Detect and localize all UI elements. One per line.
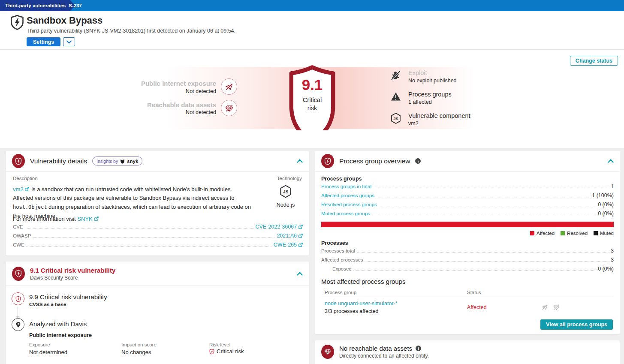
info-icon[interactable]: i	[415, 158, 421, 164]
process-groups-value: 1 affected	[408, 99, 432, 105]
vulnerable-component-value: vm2	[408, 120, 419, 126]
external-link-icon	[298, 234, 303, 238]
exposed-label: Exposed	[332, 266, 352, 271]
process-group-overview-card: Process group overview i Process groups …	[315, 151, 620, 334]
exploit-none-icon	[390, 70, 401, 82]
data-assets-not-detected-icon	[221, 100, 237, 116]
exploit-value: No exploit published	[408, 78, 457, 84]
process-group-link[interactable]: node unguard-user-simulator-*	[325, 301, 398, 307]
more-info-line: For more information visit SNYK	[13, 215, 99, 224]
affected-color-swatch	[530, 231, 534, 235]
risk-level-column-label: Risk level	[209, 342, 230, 347]
public-internet-exposure-value: Not detected	[100, 88, 216, 94]
exposure-column-label: Exposure	[29, 342, 50, 347]
muted-process-groups-link[interactable]: Muted process groups	[321, 211, 370, 216]
affected-processes-value: 3	[611, 257, 614, 263]
cve-label: CVE	[13, 224, 23, 229]
internet-exposure-not-detected-icon	[221, 78, 237, 95]
snyk-dog-icon	[120, 159, 125, 164]
cvss-title: 9.9 Critical risk vulnerability	[29, 293, 107, 301]
external-link-icon	[298, 225, 303, 229]
risk-score-label-1: Critical	[280, 96, 344, 103]
affected-processes-label: Affected processes	[321, 257, 363, 262]
vulnerability-shield-icon	[10, 15, 24, 32]
technology-nodejs: JS Node.js	[273, 184, 298, 208]
score-flow-connector	[18, 307, 18, 316]
process-groups-total-value: 1	[611, 184, 614, 190]
data-assets-badge-icon	[321, 345, 334, 359]
cve-link[interactable]: CVE-2022-36067	[255, 224, 303, 230]
affected-process-groups-value: 1 (100%)	[592, 193, 614, 199]
breadcrumb-secondary[interactable]: S-237	[69, 0, 82, 11]
cwe-link[interactable]: CWE-265	[274, 242, 303, 248]
resolved-process-groups-link[interactable]: Resolved process groups	[321, 202, 377, 207]
external-link-icon	[298, 243, 303, 247]
info-icon[interactable]: i	[416, 346, 421, 351]
muted-color-swatch	[594, 231, 598, 235]
no-reachable-data-assets-subtitle: Directly connected to an affected entity…	[339, 353, 429, 359]
cvss-subtitle: CVSS as a base	[29, 302, 66, 307]
snyk-link[interactable]: SNYK	[77, 216, 92, 222]
collapse-vulnerability-details-button[interactable]	[297, 159, 303, 163]
reachable-data-assets-label: Reachable data assets	[100, 101, 216, 108]
process-groups-label: Process groups	[408, 91, 452, 98]
process-group-sub: 3/3 processes affected	[325, 308, 398, 314]
affected-process-groups-link[interactable]: Affected process groups	[321, 193, 374, 198]
vulnerability-details-title: Vulnerability details	[30, 157, 87, 165]
settings-button[interactable]: Settings	[27, 37, 60, 46]
snyk-insights-badge[interactable]: Insights by snyk	[92, 156, 142, 165]
settings-dropdown-button[interactable]	[63, 37, 75, 46]
snyk-badge-brand: snyk	[127, 159, 138, 164]
table-divider	[321, 297, 614, 297]
exposed-value: 0 (0%)	[598, 266, 614, 272]
process-groups-warning-icon	[390, 92, 401, 103]
risk-assessment-banner: Change status Public internet exposure N…	[0, 49, 624, 148]
view-all-process-groups-button[interactable]: View all process groups	[540, 319, 613, 330]
processes-total-value: 3	[611, 248, 614, 254]
description-paragraph-1: vm2 is a sandbox that can run untrusted …	[13, 185, 253, 194]
davis-card-title: 9.1 Critical risk vulnerability	[30, 267, 115, 274]
analyzed-with-davis-title: Analyzed with Davis	[29, 320, 87, 328]
chevron-up-icon	[297, 272, 303, 276]
collapse-davis-card-button[interactable]	[297, 272, 303, 276]
more-info-text: For more information visit	[13, 216, 76, 222]
process-group-row: node unguard-user-simulator-* 3/3 proces…	[325, 301, 398, 314]
description-label: Description	[13, 176, 38, 181]
row-indicator-icons	[542, 304, 560, 310]
davis-card-subtitle: Davis Security Score	[30, 275, 115, 281]
vm2-link[interactable]: vm2	[13, 186, 24, 193]
vulnerability-details-card: Vulnerability details Insights by snyk D…	[6, 151, 309, 256]
bar-legend: Affected Resolved Muted	[530, 231, 614, 236]
breadcrumb-primary[interactable]: Third-party vulnerabilities	[0, 0, 75, 11]
host-object-code: host.Object	[13, 204, 47, 210]
technology-label: Technology	[277, 176, 302, 181]
davis-section-title: Public internet exposure	[29, 332, 92, 338]
status-badge: Affected	[467, 304, 487, 310]
davis-score-badge-icon	[12, 267, 25, 281]
chevron-down-icon	[66, 40, 72, 44]
public-internet-exposure-label: Public internet exposure	[100, 80, 216, 87]
change-status-button[interactable]: Change status	[570, 56, 618, 66]
cwe-label: CWE	[13, 242, 24, 247]
legend-resolved: Resolved	[561, 231, 588, 236]
owasp-link[interactable]: 2021:A6	[277, 233, 303, 239]
davis-security-score-card: 9.1 Critical risk vulnerability Davis Se…	[6, 262, 309, 364]
internet-exposure-muted-icon	[542, 304, 548, 310]
davis-analysis-icon	[12, 318, 24, 331]
external-link-icon	[94, 217, 99, 221]
collapse-process-card-button[interactable]	[608, 159, 614, 163]
chevron-up-icon	[608, 159, 614, 163]
legend-muted: Muted	[594, 231, 614, 236]
breadcrumb-secondary-label: S-237	[69, 3, 82, 8]
processes-section-header: Processes	[321, 240, 348, 246]
process-groups-total-link[interactable]: Process groups in total	[321, 184, 371, 189]
reachable-data-assets-value: Not detected	[100, 109, 216, 115]
svg-text:JS: JS	[393, 117, 398, 121]
risk-level-column-value: Critical risk	[209, 348, 244, 355]
chevron-up-icon	[297, 159, 303, 163]
resolved-process-groups-value: 0 (0%)	[598, 202, 614, 208]
description-paragraph-2-pre: Affected versions of this package are vu…	[13, 195, 234, 201]
process-groups-section-header: Process groups	[321, 176, 362, 182]
exposure-column-value: Not determined	[29, 349, 67, 355]
external-link-icon	[25, 187, 29, 191]
